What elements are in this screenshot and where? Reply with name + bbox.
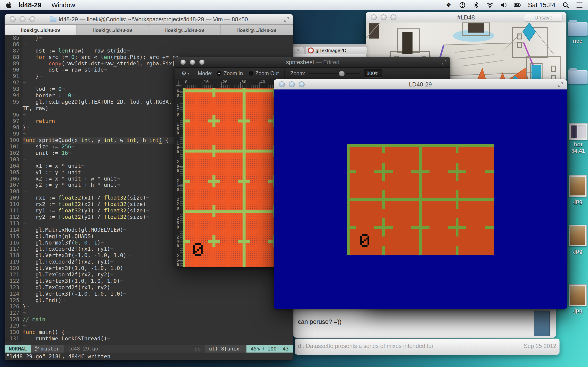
feed-date: Sep 25 2012	[524, 343, 556, 349]
spotlight-search-icon[interactable]	[562, 2, 569, 8]
folder-icon	[568, 22, 588, 36]
zoom-out-radio[interactable]: Zoom Out	[249, 70, 279, 77]
terminal-tab-1[interactable]: lloeki@.../ld48-29	[5, 25, 77, 35]
bluetooth-icon[interactable]	[473, 2, 480, 8]
gear-icon[interactable]: ⚙	[181, 70, 187, 77]
unsave-button[interactable]: Unsave	[524, 14, 563, 22]
texture-line-left	[347, 144, 350, 255]
code-line: 85 }¬	[5, 35, 293, 41]
close-tab-icon[interactable]: ×	[297, 48, 300, 53]
game-titlebar[interactable]: LD48-29	[274, 79, 567, 90]
irc-titlebar[interactable]: #LD48 Unsave	[366, 12, 566, 23]
notification-center-icon[interactable]	[576, 2, 583, 8]
menu-item-window[interactable]: Window	[52, 1, 75, 9]
ruler-major-tick	[240, 82, 241, 88]
ruler-label: 30	[242, 79, 246, 84]
grid-cross	[183, 175, 185, 187]
ruler-major-tick	[221, 82, 222, 88]
git-branch-icon	[35, 346, 39, 351]
desktop-icon-photo-1[interactable]: .jpg	[569, 175, 587, 205]
ruler-label: 220	[176, 198, 180, 211]
line-number-icon: ℓ	[262, 346, 265, 352]
desktop-icon-photo-2[interactable]: .jpg	[569, 225, 587, 254]
menu-bar: ld48-29 Window ❖ Sat 15:24	[0, 0, 588, 10]
ruler-label: 160	[176, 88, 180, 98]
wifi-icon[interactable]	[486, 2, 493, 8]
terminal-window-title: ld48-29 — lloeki@Coriolis: ~/Workspace/p…	[59, 16, 248, 23]
code-line: 122 gl.Vertex3f(1.0, 1.0, 1.0)¬	[5, 278, 293, 284]
grid-cross	[212, 175, 216, 187]
apple-menu-icon[interactable]	[6, 2, 11, 8]
photo-icon	[569, 284, 587, 306]
ruler-major-tick	[184, 82, 184, 88]
radio-selected-icon[interactable]	[217, 71, 221, 76]
radio-icon[interactable]	[249, 71, 253, 76]
vim-position-segment: 45% ℓ 100: 43	[246, 345, 293, 352]
terminal-tabbar: lloeki@.../ld48-29 lloeki@.../ld48-29 ll…	[5, 25, 293, 35]
ruler-corner	[175, 79, 183, 88]
code-line: 87 dst := len(raw) - raw_stride¬	[5, 48, 293, 54]
ruler-label: 200	[176, 160, 180, 173]
folder-icon	[568, 70, 588, 84]
spritesheet-toolbar: ⚙▼ Mode: Zoom In Zoom Out Zoom: 800%	[175, 68, 450, 79]
menu-clock[interactable]: Sat 15:24	[528, 1, 555, 9]
terminal-tab-4[interactable]: lloeki@.../ld48-29	[221, 25, 293, 35]
code-line: 128// main¬	[5, 316, 293, 323]
edited-badge: — Edited	[316, 59, 339, 65]
battery-icon[interactable]	[514, 2, 521, 8]
icon-label: nce	[573, 38, 582, 44]
texture-cross	[382, 218, 385, 236]
slider-thumb[interactable]	[339, 71, 345, 77]
desktop-icon-folder-1[interactable]: nce	[568, 22, 588, 44]
grid-cross	[242, 115, 246, 127]
zoom-value-field[interactable]: 800%	[364, 69, 382, 77]
desktop-icon-folder-2[interactable]	[568, 70, 588, 84]
code-line: 130func main() {¬	[5, 329, 293, 336]
browser-tab-gltximage2d[interactable]: glTexImage2D	[305, 47, 367, 54]
fullscreen-icon[interactable]	[284, 17, 290, 23]
ruler-major-tick	[203, 82, 203, 88]
terminal-titlebar[interactable]: ld48-29 — lloeki@Coriolis: ~/Workspace/p…	[5, 14, 293, 25]
grid-cross	[183, 235, 185, 247]
chat-image-thumbnail[interactable]	[534, 311, 550, 336]
fullscreen-icon[interactable]	[441, 59, 447, 65]
texture-edge-tick	[485, 226, 494, 229]
terminal-tab-3[interactable]: lloeki@.../ld48-29	[149, 25, 221, 35]
dropbox-menu-icon[interactable]: ❖	[445, 2, 452, 8]
active-app-name[interactable]: ld48-29	[18, 1, 41, 9]
vim-mode-indicator: NORMAL	[5, 345, 31, 352]
code-line: 125 gl.End()¬	[5, 297, 293, 304]
fullscreen-icon[interactable]	[558, 82, 564, 88]
terminal-tab-2[interactable]: lloeki@.../ld48-29	[77, 25, 149, 35]
grid-cross	[242, 175, 246, 187]
sprite-texture-quad	[347, 144, 494, 255]
terminal-title-wrap: ld48-29 — lloeki@Coriolis: ~/Workspace/p…	[5, 16, 293, 23]
zoom-in-radio[interactable]: Zoom In	[217, 70, 243, 77]
scroll-percent: 45%	[251, 346, 260, 352]
ruler-label: 180	[176, 122, 180, 135]
desktop-icon-photo-3[interactable]: .jpg	[569, 284, 587, 314]
zoom-label: Zoom:	[290, 70, 305, 77]
volume-icon[interactable]	[500, 2, 507, 8]
game-gl-viewport[interactable]	[274, 90, 567, 309]
zoom-slider[interactable]	[309, 70, 360, 77]
icon-label-2: 34.41	[571, 148, 585, 154]
icon-label: hot	[574, 141, 582, 148]
time-machine-icon[interactable]	[459, 2, 466, 8]
texture-cross	[382, 190, 385, 209]
feed-panel[interactable]: d : Datassette presents a series of mixe…	[295, 339, 560, 355]
pixel-zero-glyph	[360, 234, 369, 247]
desktop-icon-screenshot[interactable]: hot 34.41	[569, 123, 588, 154]
browser-window-sliver: × glTexImage2D	[292, 44, 366, 57]
browser-tab-close[interactable]: ×	[292, 47, 304, 54]
texture-edge-tick	[382, 246, 385, 255]
photo-icon	[569, 175, 587, 197]
spritesheet-titlebar[interactable]: spritesheet — Edited	[175, 57, 450, 68]
toolbar-divider	[284, 69, 285, 77]
ruler-label: 10	[204, 79, 209, 84]
scrollbar[interactable]	[526, 307, 526, 338]
chat-panel[interactable]: can peruse? =))	[293, 307, 556, 338]
browser-tab-title: glTexImage2D	[316, 48, 346, 53]
grid-tick	[212, 145, 216, 157]
texture-cross	[419, 163, 422, 181]
